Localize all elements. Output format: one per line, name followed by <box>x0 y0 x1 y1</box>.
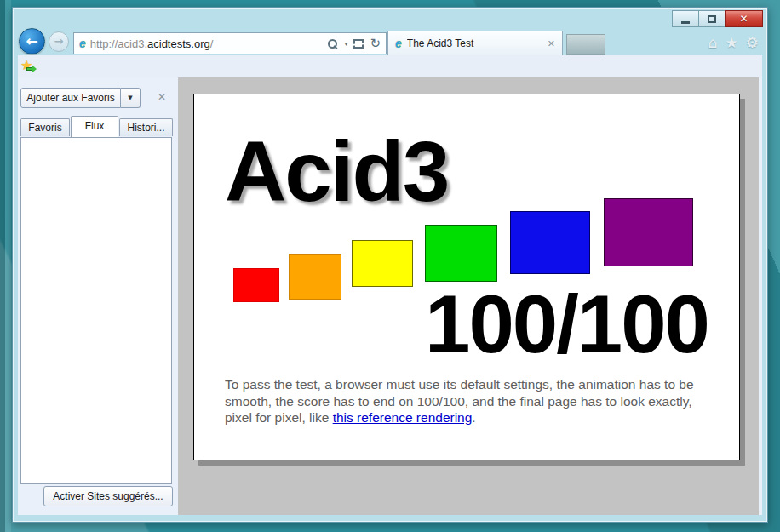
tools-gear-icon[interactable]: ⚙ <box>746 34 759 51</box>
add-to-favorites-dropdown[interactable]: ▼ <box>121 88 141 108</box>
chevron-down-icon: ▼ <box>128 94 132 101</box>
browser-window: ✕ ← → e http://acid3.acidtests.org/ ▾ ↻ … <box>12 7 768 523</box>
maximize-icon <box>708 15 716 23</box>
description-period: . <box>472 410 475 425</box>
bucket-red <box>233 268 279 302</box>
acid3-score: 100/100 <box>425 283 708 365</box>
back-icon: ← <box>26 32 37 49</box>
tab-favoris[interactable]: Favoris <box>20 118 70 136</box>
compatibility-view-icon[interactable] <box>353 39 364 49</box>
url-text[interactable]: http://acid3.acidtests.org/ <box>90 37 324 50</box>
add-to-favorites-button[interactable]: Ajouter aux Favoris <box>20 88 121 108</box>
minimize-icon <box>681 21 690 24</box>
add-to-favorites-bar-icon[interactable]: ★ <box>20 57 37 74</box>
close-button[interactable]: ✕ <box>725 10 763 27</box>
refresh-icon[interactable]: ↻ <box>370 37 381 50</box>
main-area: Ajouter aux Favoris ▼ ✕ Favoris Flux His… <box>18 77 762 515</box>
home-icon[interactable]: ⌂ <box>708 34 718 51</box>
bucket-green <box>425 225 497 282</box>
acid3-page-title: Acid3 <box>225 129 448 214</box>
favorites-star-icon[interactable]: ★ <box>726 34 738 51</box>
bucket-purple <box>604 198 693 266</box>
url-domain: acidtests.org <box>147 37 210 50</box>
page-viewport: Acid3 100/100 To pass the test, a browse… <box>178 77 759 515</box>
url-scheme: http://acid3. <box>90 37 147 50</box>
search-dropdown-icon[interactable]: ▾ <box>344 40 347 48</box>
feeds-list-panel[interactable] <box>20 137 172 484</box>
tab-title: The Acid3 Test <box>407 37 542 49</box>
sidebar-close-icon[interactable]: ✕ <box>158 91 166 103</box>
maximize-button[interactable] <box>698 10 725 27</box>
new-tab-button[interactable] <box>566 34 605 55</box>
search-icon[interactable] <box>327 38 338 49</box>
site-favicon: e <box>79 37 86 50</box>
navigation-bar: ← → e http://acid3.acidtests.org/ ▾ ↻ e … <box>18 26 762 55</box>
url-path: / <box>210 37 214 50</box>
reference-rendering-link[interactable]: this reference rendering <box>333 410 473 425</box>
bucket-orange <box>289 254 341 300</box>
sidebar-tabs: Favoris Flux Histori... <box>20 116 175 137</box>
tab-flux[interactable]: Flux <box>71 116 118 137</box>
window-controls: ✕ <box>672 10 763 27</box>
favorites-sidebar: Ajouter aux Favoris ▼ ✕ Favoris Flux His… <box>20 77 176 515</box>
forward-button[interactable]: → <box>49 31 69 52</box>
tab-favicon: e <box>395 37 402 50</box>
back-button[interactable]: ← <box>19 28 45 54</box>
enable-suggested-sites-label: Activer Sites suggérés... <box>53 490 163 502</box>
close-icon: ✕ <box>739 13 748 25</box>
tab-the-acid3-test[interactable]: e The Acid3 Test ✕ <box>387 31 563 55</box>
address-bar[interactable]: e http://acid3.acidtests.org/ ▾ ↻ <box>73 32 387 54</box>
acid3-result-box: Acid3 100/100 To pass the test, a browse… <box>193 94 740 460</box>
add-to-favorites-label: Ajouter aux Favoris <box>26 92 114 104</box>
bucket-yellow <box>352 240 413 287</box>
enable-suggested-sites-button[interactable]: Activer Sites suggérés... <box>43 486 173 506</box>
forward-icon: → <box>54 35 64 48</box>
tab-historique[interactable]: Histori... <box>119 118 173 136</box>
acid3-description: To pass the test, a browser must use its… <box>225 376 710 426</box>
add-to-favorites-split-button: Ajouter aux Favoris ▼ <box>20 88 141 108</box>
minimize-button[interactable] <box>672 10 698 27</box>
address-bar-icons: ▾ ↻ <box>327 37 381 50</box>
command-icons: ⌂ ★ ⚙ <box>708 34 759 51</box>
bucket-blue <box>510 211 590 274</box>
tab-close-icon[interactable]: ✕ <box>548 38 555 49</box>
favorites-bar: ★ <box>18 55 762 77</box>
